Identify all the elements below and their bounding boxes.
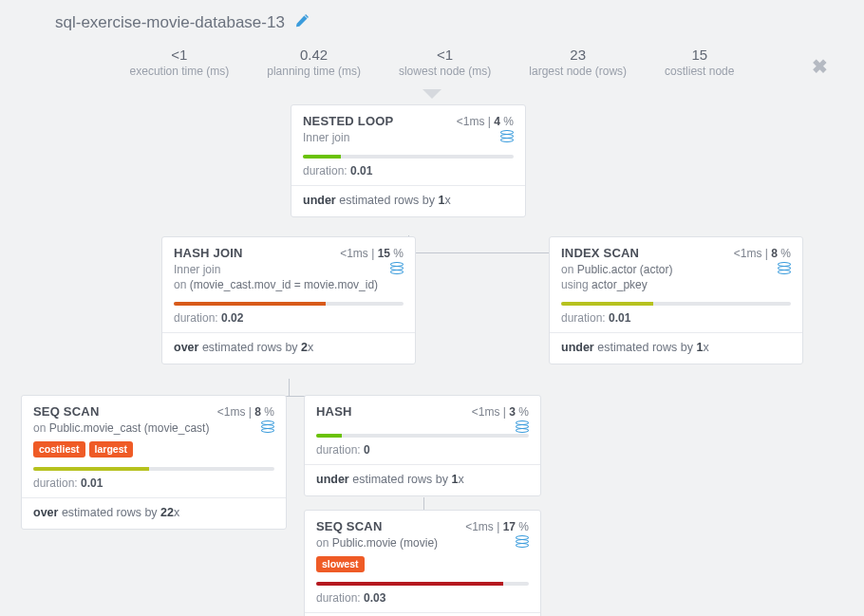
node-seq-scan-movie-cast[interactable]: SEQ SCAN <1ms | 8 % on Public.movie_cast… <box>21 395 287 530</box>
node-metrics: <1ms | 8 % <box>734 247 791 260</box>
database-icon[interactable] <box>516 535 529 551</box>
database-icon[interactable] <box>500 130 514 145</box>
row-estimate: over estimated rows by 22x <box>22 498 286 529</box>
database-icon[interactable] <box>261 420 274 436</box>
node-metrics: <1ms | 8 % <box>217 405 274 419</box>
duration-bar <box>316 582 529 586</box>
edit-icon[interactable] <box>294 14 309 31</box>
tag-largest: largest <box>89 441 133 457</box>
scan-target: Public.actor (actor) <box>577 263 673 276</box>
tag-slowest: slowest <box>316 556 365 572</box>
scan-target: Public.movie_cast (movie_cast) <box>49 421 210 435</box>
node-title: SEQ SCAN <box>316 519 383 533</box>
node-title: INDEX SCAN <box>561 246 639 260</box>
node-title: HASH <box>316 404 352 419</box>
summary-stats: <1 execution time (ms) 0.42 planning tim… <box>0 38 864 89</box>
scan-target: Public.movie (movie) <box>332 536 438 550</box>
node-metrics: <1ms | 17 % <box>465 520 529 533</box>
page-title: sql-exercise-movie-database-13 <box>55 13 285 32</box>
duration-bar <box>174 302 404 306</box>
stat-slowest-node: <1 slowest node (ms) <box>399 46 491 78</box>
row-estimate: under estimated rows by 1x <box>291 186 525 216</box>
duration-bar <box>303 155 514 159</box>
database-icon[interactable] <box>516 420 529 436</box>
node-seq-scan-movie[interactable]: SEQ SCAN <1ms | 17 % on Public.movie (mo… <box>304 510 541 616</box>
row-estimate: under estimated rows by 1x <box>550 333 802 364</box>
duration-bar <box>33 467 274 471</box>
tag-costliest: costliest <box>33 441 85 457</box>
node-metrics: <1ms | 4 % <box>457 115 514 128</box>
node-index-scan[interactable]: INDEX SCAN <1ms | 8 % on Public.actor (a… <box>549 236 803 364</box>
stat-execution-time: <1 execution time (ms) <box>130 46 230 78</box>
stat-costliest-node: 15 costliest node <box>665 46 734 78</box>
node-hash-join[interactable]: HASH JOIN <1ms | 15 % Inner join on (mov… <box>161 236 416 364</box>
index-name: actor_pkey <box>592 278 648 291</box>
join-condition: (movie_cast.mov_id = movie.mov_id) <box>190 278 378 291</box>
node-title: SEQ SCAN <box>33 404 100 419</box>
node-metrics: <1ms | 3 % <box>472 405 529 419</box>
node-title: NESTED LOOP <box>303 114 393 128</box>
database-icon[interactable] <box>390 262 404 277</box>
stat-largest-node: 23 largest node (rows) <box>529 46 627 78</box>
database-icon[interactable] <box>778 262 791 277</box>
node-nested-loop[interactable]: NESTED LOOP <1ms | 4 % Inner join durati… <box>291 104 526 217</box>
node-metrics: <1ms | 15 % <box>340 247 404 260</box>
close-icon[interactable]: ✖ <box>812 55 828 78</box>
duration-bar <box>561 302 791 306</box>
node-subtitle: Inner join <box>303 131 349 144</box>
row-estimate: over estimated rows by 2x <box>162 333 415 364</box>
row-estimate: under estimated rows by 1x <box>305 465 540 495</box>
node-title: HASH JOIN <box>174 246 243 260</box>
duration-bar <box>316 434 529 438</box>
node-hash[interactable]: HASH <1ms | 3 % duration: 0 under estima… <box>304 395 541 496</box>
stat-planning-time: 0.42 planning time (ms) <box>267 46 361 78</box>
pointer-icon <box>423 89 441 99</box>
